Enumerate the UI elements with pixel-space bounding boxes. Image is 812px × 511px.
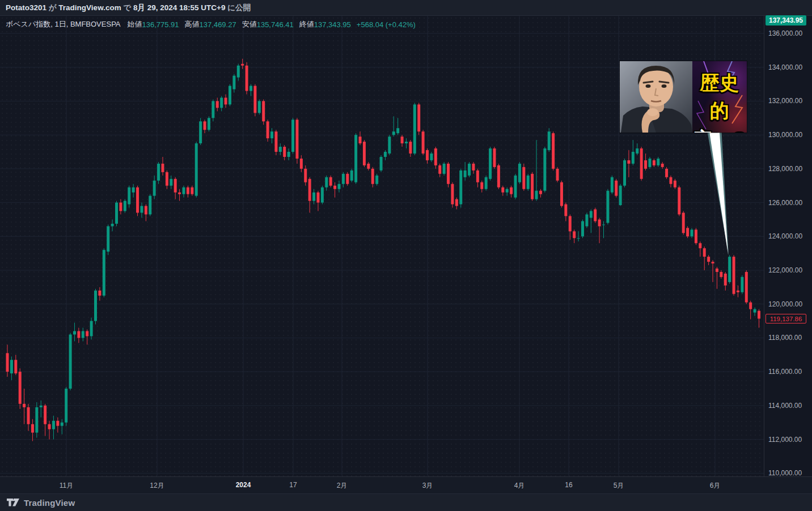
video-thumbnail-overlay: 歴史的 安い? — [620, 61, 747, 133]
low-value: 135,746.41 — [257, 20, 294, 29]
author-name: Potato3201 — [6, 3, 46, 12]
portrait-illustration — [620, 61, 692, 133]
price-tick-label: 122,000.00 — [768, 266, 802, 274]
site-name: TradingView.com — [58, 3, 121, 12]
time-axis[interactable]: 11月12月2024172月3月4月165月6月 — [0, 476, 812, 494]
high-value: 137,469.27 — [200, 20, 236, 29]
thumbnail-caption-line2: 安い? — [692, 125, 747, 133]
published-chart-page: Potato3201 が TradingView.com で 8月 29, 20… — [0, 0, 812, 511]
change-value: +568.04 (+0.42%) — [357, 20, 416, 29]
open-label: 始値 — [128, 19, 142, 29]
price-tick-label: 126,000.00 — [768, 199, 802, 207]
tradingview-footer: TradingView — [0, 493, 812, 511]
particle-ga: が — [46, 3, 58, 13]
pointer-beam — [705, 117, 729, 256]
close-label: 終値 — [299, 19, 314, 29]
price-tick-label: 114,000.00 — [768, 402, 802, 410]
time-tick-label: 11月 — [60, 481, 73, 491]
close-value: 137,343.95 — [314, 20, 351, 29]
marked-price-badge: 119,137.86 — [766, 314, 806, 323]
symbol-legend: ボベスパ指数, 1日, BMFBOVESPA 始値136,775.91 高値13… — [6, 19, 416, 29]
time-tick-label: 4月 — [514, 481, 525, 491]
price-tick-label: 112,000.00 — [768, 436, 802, 444]
time-tick-label: 2月 — [337, 481, 348, 491]
publish-datetime: 8月 29, 2024 18:55 UTC+9 — [133, 3, 225, 13]
chart-area[interactable]: ボベスパ指数, 1日, BMFBOVESPA 始値136,775.91 高値13… — [0, 16, 764, 476]
tradingview-brand-text[interactable]: TradingView — [24, 498, 75, 508]
price-tick-label: 128,000.00 — [768, 165, 802, 173]
last-price-badge: 137,343.95 — [766, 15, 806, 25]
price-tick-label: 134,000.00 — [768, 63, 802, 71]
price-tick-label: 120,000.00 — [768, 300, 802, 308]
time-tick-label: 6月 — [710, 481, 721, 491]
particle-de: で — [121, 3, 133, 13]
price-axis[interactable]: 137,343.95 119,137.86 136,000.00134,000.… — [764, 16, 812, 476]
time-tick-label: 5月 — [614, 481, 624, 491]
particle-published: に公開 — [225, 3, 251, 13]
price-tick-label: 118,000.00 — [768, 334, 802, 342]
tradingview-logo-icon[interactable] — [7, 497, 19, 508]
price-tick-label: 124,000.00 — [768, 232, 802, 240]
price-tick-label: 116,000.00 — [768, 368, 802, 376]
open-value: 136,775.91 — [142, 20, 179, 29]
thumbnail-text-panel: 歴史的 安い? — [692, 61, 747, 133]
high-label: 高値 — [185, 19, 200, 29]
time-tick-label: 17 — [289, 481, 297, 489]
price-tick-label: 130,000.00 — [768, 131, 802, 139]
time-tick-label: 2024 — [236, 481, 251, 489]
time-tick-label: 16 — [565, 481, 572, 489]
price-tick-label: 136,000.00 — [768, 29, 802, 37]
low-label: 安値 — [242, 19, 257, 29]
thumbnail-caption-line1: 歴史的 — [692, 69, 747, 125]
thumbnail-portrait — [620, 61, 692, 133]
attribution-bar: Potato3201 が TradingView.com で 8月 29, 20… — [0, 0, 812, 16]
time-tick-label: 3月 — [422, 481, 433, 491]
price-tick-label: 132,000.00 — [768, 97, 802, 105]
symbol-title: ボベスパ指数, 1日, BMFBOVESPA — [6, 19, 121, 29]
time-tick-label: 12月 — [150, 481, 164, 491]
